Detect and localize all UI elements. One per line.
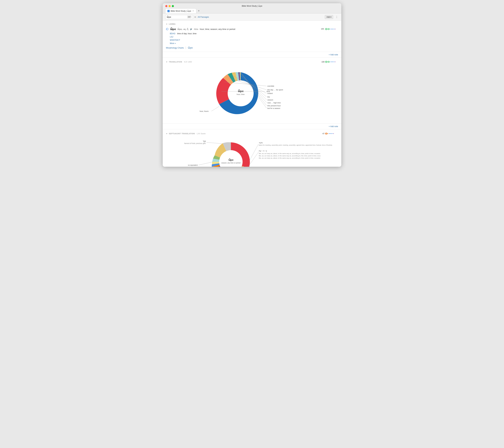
- close-light[interactable]: [165, 5, 167, 7]
- lemma-count-value: 105: [321, 28, 324, 30]
- translation-section-label: TRANSLATION: [169, 61, 182, 63]
- svg-rect-4: [328, 28, 329, 30]
- svg-rect-10: [325, 61, 325, 62]
- fullscreen-light[interactable]: [172, 5, 174, 7]
- lemma-translit: hōra: [194, 28, 198, 30]
- add-note-1[interactable]: + Add note: [163, 52, 341, 58]
- svg-rect-15: [329, 61, 330, 62]
- label-nowhigh: now … high time: [268, 102, 281, 104]
- translation-section: ▼ TRANSLATION KJV 1900 108: [163, 58, 341, 124]
- svg-point-35: [331, 133, 332, 134]
- translation-source: KJV 1900: [184, 61, 192, 63]
- tabbar: Bible Word Study | ὥρα ✕ +: [165, 8, 339, 13]
- add-chevron: ▾: [330, 16, 331, 18]
- septuagint-section: ▼ SEPTUAGINT TRANSLATION LXX Swete 47: [163, 129, 341, 167]
- chart-center-word: ὥρα: [238, 90, 244, 93]
- dictionary-links: BDAG time of day; hour; time LSJ WSNTDIC…: [170, 33, 338, 44]
- lemma-word: ὥρα: [170, 27, 176, 31]
- tab-close-button[interactable]: ✕: [192, 10, 194, 12]
- lemma-header: ▼ LEMMA: [166, 23, 338, 25]
- septuagint-donut-svg: ὥρα season; any time or period מַגָּד ha…: [166, 139, 338, 167]
- sept-label-magad-def: harvest of fruits; precious gifts: [184, 143, 206, 144]
- translation-chart: ὥρα hour; time hour, hours time eventide…: [166, 66, 338, 121]
- sept-label-khet: כְּ + ה + עֵת: [259, 150, 267, 152]
- sept-label-def1: like, as; as many as, about, in the same…: [259, 153, 320, 154]
- septuagint-collapse-icon[interactable]: ▼: [166, 133, 168, 135]
- active-tab[interactable]: Bible Word Study | ὥρα ✕: [165, 8, 196, 13]
- svg-line-20: [211, 106, 219, 111]
- label-instant: instant: [268, 92, 273, 94]
- audio-icon[interactable]: 🔊: [190, 28, 192, 30]
- tab-favicon: [167, 10, 170, 12]
- septuagint-source: LXX Swete: [197, 133, 206, 135]
- sept-label-def2: like, as; as many as, about, in the same…: [259, 155, 321, 157]
- in-label: in: [195, 16, 196, 18]
- all-passages-link[interactable]: All Passages: [198, 16, 209, 18]
- svg-rect-0: [325, 28, 325, 30]
- svg-line-40: [249, 144, 258, 162]
- tab-label: Bible Word Study | ὥρα: [171, 10, 191, 12]
- septuagint-header: ▼ SEPTUAGINT TRANSLATION LXX Swete 47: [166, 132, 338, 135]
- label-the: the: [268, 96, 270, 98]
- lemma-count: 105: [321, 27, 338, 31]
- lsj-link[interactable]: LSJ: [170, 36, 338, 38]
- lemma-section-label: LEMMA: [169, 23, 176, 25]
- add-note-2[interactable]: + Add note: [163, 124, 341, 129]
- minimize-light[interactable]: [169, 5, 171, 7]
- sept-center-word: ὥρα: [229, 159, 234, 161]
- svg-point-19: [335, 62, 335, 62]
- lemma-collapse-icon[interactable]: ▼: [166, 23, 168, 25]
- new-tab-button[interactable]: +: [197, 9, 201, 13]
- chart-center-def: hour; time: [237, 93, 245, 95]
- search-kbd: ⌘F: [187, 16, 191, 18]
- svg-point-7: [333, 29, 333, 29]
- label-season2: but for a season: [268, 107, 280, 109]
- label-hour: hour, hours: [199, 110, 209, 112]
- morphology-charts-link[interactable]: Morphology Charts: [166, 47, 184, 49]
- morph-separator: |: [185, 46, 186, 49]
- svg-line-38: [207, 142, 222, 144]
- window-title: Bible Word Study | ὥρα: [242, 5, 262, 7]
- bdag-link[interactable]: BDAG time of day; hour; time: [170, 33, 338, 35]
- svg-rect-31: [326, 132, 326, 135]
- sept-label-noequiv: no equivalent: [188, 164, 198, 166]
- sept-label-def3: like, as; as many as, about, in the same…: [259, 157, 320, 159]
- add-label: Add: [326, 16, 330, 18]
- svg-line-39: [198, 162, 213, 165]
- lemma-inflection: ὥρα, -ας, ἡ: [178, 28, 188, 31]
- svg-rect-11: [326, 61, 326, 63]
- sept-label-moed: מוֹעֵד: [259, 142, 263, 144]
- bdag-label: BDAG: [170, 33, 175, 35]
- label-eventide: eventide: [268, 85, 274, 87]
- main-content: ▼ LEMMA ὥρα ὥρα, -ας, ἡ 🔊 hōra hour; tim…: [163, 21, 341, 167]
- more-dictionaries-link[interactable]: More »: [170, 42, 338, 44]
- svg-rect-32: [327, 133, 327, 134]
- label-season: season: [268, 99, 273, 101]
- add-button[interactable]: Add ▾: [325, 15, 333, 19]
- search-input[interactable]: [167, 16, 186, 18]
- titlebar-top: Bible Word Study | ὥρα: [165, 5, 339, 7]
- lemma-row: ὥρα ὥρα, -ας, ἡ 🔊 hōra hour; time; seaso…: [166, 27, 338, 31]
- sept-label-moed-def: place for meeting, assembly point; meeti…: [259, 144, 332, 146]
- translation-count: 108: [322, 61, 324, 63]
- morphology-word: ὥρα: [188, 46, 193, 49]
- morphology-link-row: Morphology Charts | ὥρα: [166, 46, 338, 49]
- refresh-icon[interactable]: [166, 28, 169, 30]
- translation-collapse-icon[interactable]: ▼: [166, 61, 168, 63]
- label-presenthour: this present hour: [268, 105, 281, 107]
- svg-rect-3: [327, 29, 328, 30]
- search-box[interactable]: ⌘F: [165, 15, 193, 19]
- svg-rect-1: [326, 28, 326, 30]
- traffic-lights: [165, 5, 174, 7]
- more-options-button[interactable]: ⋮: [335, 15, 339, 19]
- toolbar: ⌘F in All Passages Add ▾ ⋮: [163, 14, 341, 21]
- translation-donut-svg: ὥρα hour; time hour, hours time eventide…: [195, 67, 309, 119]
- titlebar: Bible Word Study | ὥρα Bible Word Study …: [163, 3, 341, 14]
- septuagint-chart: ὥρα season; any time or period מַגָּד ha…: [166, 138, 338, 167]
- wsntdict-link[interactable]: WSNTDICT: [170, 39, 338, 41]
- lemma-definition: hour; time; season; any time or period: [200, 28, 235, 30]
- app-window: Bible Word Study | ὥρα Bible Word Study …: [163, 3, 341, 167]
- svg-rect-12: [327, 61, 327, 63]
- septuagint-section-label: SEPTUAGINT TRANSLATION: [169, 133, 195, 135]
- svg-rect-30: [325, 133, 325, 134]
